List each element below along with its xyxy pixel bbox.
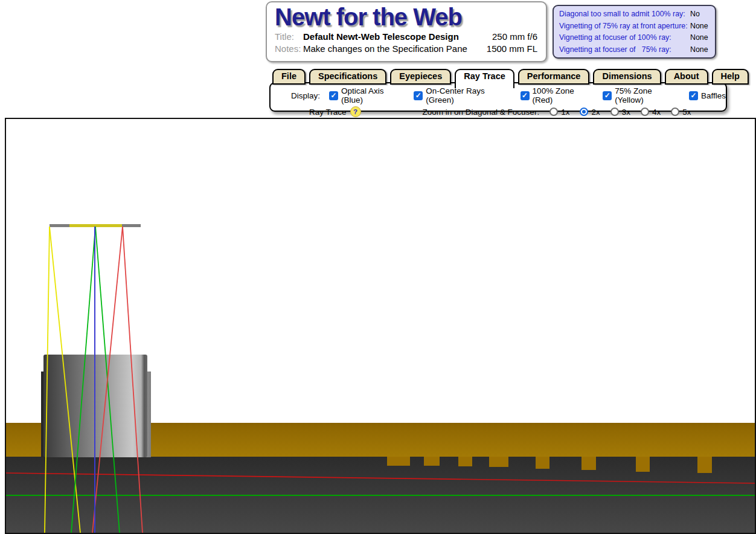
tab-bar: File Specifications Eyepieces Ray Trace … — [272, 69, 749, 85]
tab-specifications[interactable]: Specifications — [309, 69, 386, 85]
status-row: Diagonal too small to admit 100% ray: No — [559, 8, 712, 21]
title-label: Title: — [275, 31, 303, 43]
app-title: Newt for the Web — [275, 3, 537, 31]
status-label: Vignetting at focuser of 100% ray: — [559, 32, 690, 44]
vignetting-status-panel: Diagonal too small to admit 100% ray: No… — [553, 5, 716, 59]
checkbox-on-center-rays[interactable]: On-Center Rays (Green) — [414, 86, 511, 105]
zoom-option-3x[interactable]: 3x — [610, 108, 630, 117]
display-label: Display: — [291, 91, 320, 100]
radio-label: 4x — [652, 108, 661, 117]
checkbox-optical-axis[interactable]: Optical Axis (Blue) — [329, 86, 405, 105]
title-value: Default Newt-Web Telescope Design — [303, 31, 459, 43]
radio-label: 2x — [591, 108, 600, 117]
radio-icon — [671, 108, 679, 116]
checkbox-label: On-Center Rays (Green) — [426, 86, 511, 105]
display-options-row: Display: Optical Axis (Blue) On-Center R… — [291, 86, 726, 105]
status-label: Vignetting at focuser of 75% ray: — [559, 44, 690, 56]
status-label: Diagonal too small to admit 100% ray: — [559, 8, 690, 21]
tab-file[interactable]: File — [272, 69, 306, 85]
header-panel: Newt for the Web Title: Default Newt-Web… — [266, 1, 547, 62]
checkbox-100-zone[interactable]: 100% Zone (Red) — [521, 86, 594, 105]
radio-label: 1x — [561, 108, 569, 117]
tab-help[interactable]: Help — [712, 69, 749, 85]
help-icon[interactable]: ? — [350, 106, 361, 117]
ray-trace-label: Ray Trace — [309, 108, 347, 117]
status-value: No — [690, 8, 712, 21]
checkbox-checked-icon — [603, 91, 612, 100]
tab-eyepieces[interactable]: Eyepieces — [390, 69, 451, 85]
notes-label: Notes: — [275, 43, 303, 55]
checkbox-checked-icon — [329, 91, 338, 100]
aperture-value: 250 mm f/6 — [492, 31, 537, 43]
zoom-option-2x[interactable]: 2x — [580, 108, 600, 117]
notes-value: Make changes on the Specification Pane — [303, 43, 467, 55]
checkbox-checked-icon — [521, 91, 530, 100]
status-value: None — [690, 44, 712, 56]
status-row: Vignetting at focuser of 100% ray: None — [559, 32, 712, 44]
zoom-options-row: Ray Trace ? Zoom in on Diagonal & Focuse… — [271, 106, 726, 117]
status-row: Vignetting at focuser of 75% ray: None — [559, 44, 712, 56]
radio-icon — [549, 108, 558, 116]
tab-about[interactable]: About — [665, 69, 708, 85]
radio-icon — [610, 108, 619, 116]
zoom-label: Zoom in on Diagonal & Focuser: — [423, 108, 540, 117]
tab-ray-trace[interactable]: Ray Trace — [455, 69, 514, 88]
checkbox-checked-icon — [689, 91, 698, 100]
ray-trace-svg — [6, 119, 755, 533]
radio-label: 3x — [622, 108, 630, 117]
radio-label: 5x — [682, 108, 691, 117]
ray-trace-canvas — [5, 118, 756, 534]
checkbox-checked-icon — [414, 91, 423, 100]
status-label: Vignetting of 75% ray at front aperture: — [559, 21, 690, 33]
zoom-option-4x[interactable]: 4x — [641, 108, 661, 117]
radio-icon — [641, 108, 649, 116]
checkbox-label: 100% Zone (Red) — [533, 86, 594, 105]
zoom-option-1x[interactable]: 1x — [549, 108, 569, 117]
tab-dimensions[interactable]: Dimensions — [593, 69, 661, 85]
status-value: None — [690, 32, 712, 44]
checkbox-baffles[interactable]: Baffles — [689, 91, 726, 100]
title-row: Title: Default Newt-Web Telescope Design… — [275, 31, 537, 43]
focal-length-value: 1500 mm FL — [487, 43, 537, 55]
checkbox-75-zone[interactable]: 75% Zone (Yellow) — [603, 86, 680, 105]
checkbox-label: 75% Zone (Yellow) — [615, 86, 680, 105]
status-value: None — [690, 21, 712, 33]
notes-row: Notes: Make changes on the Specification… — [275, 43, 537, 55]
checkbox-label: Baffles — [701, 91, 726, 100]
checkbox-label: Optical Axis (Blue) — [341, 86, 405, 105]
radio-selected-icon — [580, 108, 588, 116]
tab-performance[interactable]: Performance — [518, 69, 590, 85]
status-row: Vignetting of 75% ray at front aperture:… — [559, 21, 712, 33]
zoom-option-5x[interactable]: 5x — [671, 108, 691, 117]
